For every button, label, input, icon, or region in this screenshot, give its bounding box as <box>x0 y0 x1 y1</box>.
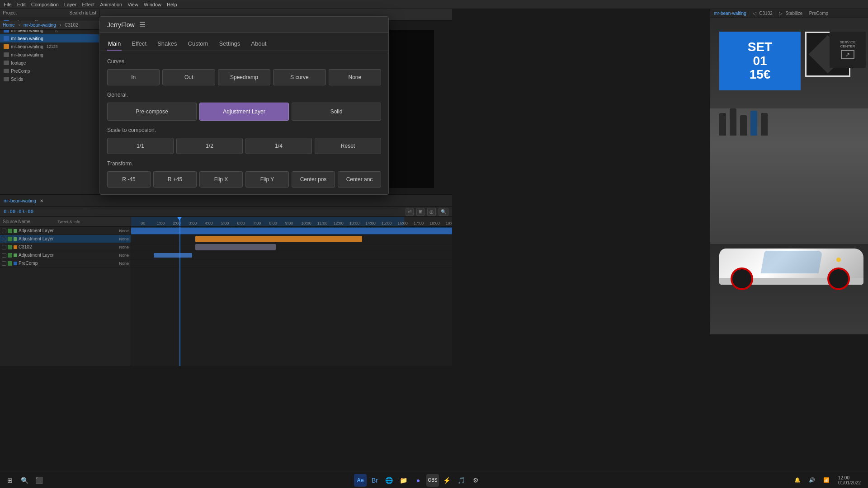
layer-checkbox-5[interactable] <box>2 261 6 266</box>
menu-animation[interactable]: Animation <box>100 2 122 7</box>
btn-in[interactable]: In <box>107 69 160 85</box>
layer-vis-5[interactable] <box>8 261 12 266</box>
menu-window[interactable]: Window <box>144 2 161 7</box>
taskbar-app-3[interactable]: ⚙ <box>470 474 482 487</box>
btn-r-minus45[interactable]: R -45 <box>107 171 151 188</box>
btn-flip-y[interactable]: Flip Y <box>245 171 289 188</box>
layer-row-4[interactable]: Adjustment Layer None <box>0 251 131 259</box>
project-item-6[interactable]: footage <box>0 59 99 67</box>
menu-layer[interactable]: Layer <box>64 2 77 7</box>
project-item-5[interactable]: mr-bean-waiting <box>0 51 99 59</box>
layer-row-5[interactable]: PreComp None <box>0 259 131 267</box>
timeline-ruler[interactable]: 00 1:00 2:00 3:00 4:00 5:00 6:00 7:00 8:… <box>131 217 452 227</box>
project-item-8[interactable]: Solids <box>0 75 99 83</box>
btn-center-pos[interactable]: Center pos <box>292 171 335 188</box>
taskbar-app-2[interactable]: 🎵 <box>455 474 468 487</box>
btn-flip-x[interactable]: Flip X <box>199 171 243 188</box>
tab-effect[interactable]: Effect <box>131 38 147 51</box>
layer-vis-3[interactable] <box>8 245 12 249</box>
tab-shakes[interactable]: Shakes <box>156 38 178 51</box>
ruler-mark-16: 16:00 <box>397 221 408 225</box>
layer-checkbox-2[interactable] <box>2 237 6 241</box>
clip-4[interactable] <box>154 253 192 258</box>
taskbar-discord[interactable]: ● <box>412 474 425 487</box>
taskbar-chrome[interactable]: 🌐 <box>383 474 396 487</box>
track-3[interactable] <box>131 243 452 251</box>
btn-scurve[interactable]: S curve <box>273 69 326 85</box>
breadcrumb-home[interactable]: Home <box>3 23 15 28</box>
layer-checkbox-1[interactable] <box>2 229 6 233</box>
tab-custom[interactable]: Custom <box>187 38 209 51</box>
project-item-7[interactable]: PreComp <box>0 67 99 75</box>
menu-file[interactable]: File <box>4 2 12 7</box>
taskbar-obs[interactable]: OBS <box>426 474 439 487</box>
timeline-btn-3[interactable]: ◎ <box>427 208 436 216</box>
btn-scale-reset[interactable]: Reset <box>315 138 381 154</box>
menu-effect[interactable]: Effect <box>82 2 94 7</box>
layer-checkbox-3[interactable] <box>2 245 6 249</box>
taskbar-system-2[interactable]: 🔊 <box>806 474 818 487</box>
menu-edit[interactable]: Edit <box>17 2 26 7</box>
btn-center-anc[interactable]: Center anc <box>338 171 381 188</box>
right-panel-item-2[interactable]: ◁ <box>753 11 756 16</box>
wheel-front <box>731 267 753 290</box>
taskbar-start[interactable]: ⊞ <box>4 474 16 487</box>
menu-view[interactable]: View <box>127 2 138 7</box>
taskbar-ae-icon[interactable]: Ae <box>354 474 367 487</box>
clip-1[interactable] <box>131 228 452 234</box>
taskbar-system-3[interactable]: 📶 <box>820 474 833 487</box>
project-item-3[interactable]: mr-bean-waiting <box>0 34 99 42</box>
timeline-btn-1[interactable]: ⏎ <box>406 208 414 216</box>
taskbar-system-1[interactable]: 🔔 <box>791 474 804 487</box>
track-1[interactable] <box>131 227 452 235</box>
right-panel-item-1[interactable]: mr-bean-waiting <box>714 11 746 16</box>
timeline-search[interactable]: 🔍 <box>439 208 448 216</box>
layer-vis-1[interactable] <box>8 229 12 233</box>
breadcrumb-project[interactable]: mr-bean-waiting <box>24 23 56 28</box>
taskbar-search[interactable]: 🔍 <box>18 474 31 487</box>
track-2[interactable] <box>131 235 452 243</box>
btn-speedramp[interactable]: Speedramp <box>218 69 270 85</box>
layer-vis-2[interactable] <box>8 237 12 241</box>
btn-out[interactable]: Out <box>162 69 215 85</box>
project-label-5: mr-bean-waiting <box>11 52 43 57</box>
taskbar-br-icon[interactable]: Br <box>368 474 381 487</box>
timeline-title: mr-bean-waiting <box>4 198 36 203</box>
right-panel-item-5[interactable]: Stabilize <box>785 11 802 16</box>
btn-solid[interactable]: Solid <box>292 103 381 121</box>
project-item-4[interactable]: mr-bean-waiting 12125 <box>0 42 99 51</box>
right-panel-item-3[interactable]: C3102 <box>759 11 772 16</box>
layer-icon-2 <box>14 237 17 241</box>
taskbar-app-1[interactable]: ⚡ <box>441 474 453 487</box>
btn-adjustment-layer[interactable]: Adjustment Layer <box>199 103 289 121</box>
layer-row-2[interactable]: Adjustment Layer None <box>0 235 131 243</box>
track-5[interactable] <box>131 259 452 267</box>
btn-scale-14[interactable]: 1/4 <box>245 138 312 154</box>
tab-main[interactable]: Main <box>107 38 122 51</box>
tab-settings[interactable]: Settings <box>218 38 241 51</box>
btn-r-plus45[interactable]: R +45 <box>153 171 197 188</box>
btn-none-curves[interactable]: None <box>329 69 381 85</box>
track-4[interactable] <box>131 251 452 259</box>
playhead[interactable] <box>179 217 180 226</box>
timeline-btn-2[interactable]: ⊞ <box>416 208 425 216</box>
layer-row-3[interactable]: C3102 None <box>0 243 131 251</box>
layer-checkbox-4[interactable] <box>2 253 6 258</box>
taskbar-explorer[interactable]: 📁 <box>397 474 410 487</box>
layer-controls-1: None <box>119 229 129 233</box>
btn-scale-12[interactable]: 1/2 <box>176 138 243 154</box>
menu-composition[interactable]: Composition <box>31 2 59 7</box>
clip-3[interactable] <box>195 244 276 250</box>
layer-vis-4[interactable] <box>8 253 12 258</box>
tab-about[interactable]: About <box>250 38 267 51</box>
timeline-close[interactable]: ✕ <box>40 198 43 203</box>
dialog-menu-icon[interactable]: ☰ <box>139 20 146 29</box>
right-panel-item-4[interactable]: ▷ <box>779 11 783 16</box>
btn-precompose[interactable]: Pre-compose <box>107 103 197 121</box>
right-panel-item-6[interactable]: PreComp <box>809 11 828 16</box>
btn-scale-11[interactable]: 1/1 <box>107 138 174 154</box>
menu-help[interactable]: Help <box>167 2 177 7</box>
taskbar-task-view[interactable]: ⬛ <box>33 474 45 487</box>
layer-row-1[interactable]: Adjustment Layer None <box>0 227 131 235</box>
clip-2[interactable] <box>195 236 362 242</box>
